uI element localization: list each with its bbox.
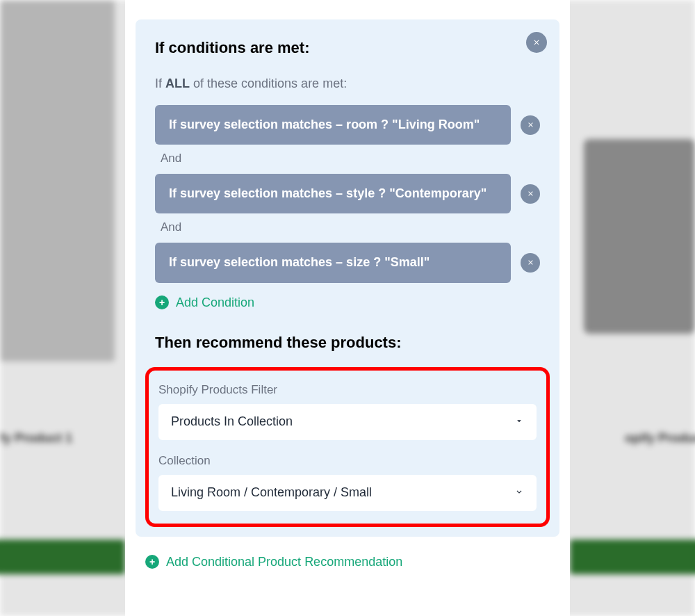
and-label: And xyxy=(161,152,540,165)
plus-circle-icon: + xyxy=(145,555,159,569)
condition-row: If survey selection matches – style ? "C… xyxy=(155,174,540,213)
intro-suffix: of these conditions are met: xyxy=(190,76,347,90)
close-icon xyxy=(532,38,541,47)
conditions-intro: If ALL of these conditions are met: xyxy=(155,76,540,91)
close-panel-button[interactable] xyxy=(526,32,547,53)
add-condition-button[interactable]: + Add Condition xyxy=(155,295,254,310)
remove-condition-button[interactable] xyxy=(521,184,540,204)
filter-field-group: Shopify Products Filter Products In Coll… xyxy=(158,383,537,440)
collection-label: Collection xyxy=(158,454,537,468)
backdrop-product-placeholder xyxy=(584,139,695,334)
plus-circle-icon: + xyxy=(155,295,169,309)
close-icon xyxy=(527,190,534,197)
modal: If conditions are met: If ALL of these c… xyxy=(125,0,570,616)
recommend-title: Then recommend these products: xyxy=(155,334,540,352)
collection-select[interactable]: Living Room / Contemporary / Small xyxy=(158,475,537,511)
close-icon xyxy=(527,259,534,266)
intro-strong: ALL xyxy=(165,76,190,90)
backdrop-product-label: fy Product 1 xyxy=(0,431,72,446)
backdrop-button xyxy=(0,540,125,574)
backdrop-product-placeholder xyxy=(0,0,115,362)
condition-pill[interactable]: If survey selection matches – room ? "Li… xyxy=(155,105,511,145)
intro-prefix: If xyxy=(155,76,165,90)
condition-row: If survey selection matches – size ? "Sm… xyxy=(155,243,540,282)
conditions-panel: If conditions are met: If ALL of these c… xyxy=(136,19,559,537)
and-label: And xyxy=(161,220,540,234)
add-recommendation-label: Add Conditional Product Recommendation xyxy=(166,555,402,569)
add-recommendation-button[interactable]: + Add Conditional Product Recommendation xyxy=(145,555,402,569)
add-condition-label: Add Condition xyxy=(176,295,254,310)
panel-title: If conditions are met: xyxy=(155,39,540,57)
backdrop-button xyxy=(570,540,695,574)
remove-condition-button[interactable] xyxy=(521,253,540,273)
condition-pill[interactable]: If survey selection matches – style ? "C… xyxy=(155,174,511,213)
filter-value: Products In Collection xyxy=(171,414,293,429)
collection-value: Living Room / Contemporary / Small xyxy=(171,485,372,500)
highlight-box: Shopify Products Filter Products In Coll… xyxy=(145,367,550,527)
condition-row: If survey selection matches – room ? "Li… xyxy=(155,105,540,145)
chevron-down-icon xyxy=(514,485,524,500)
filter-select[interactable]: Products In Collection xyxy=(158,404,537,440)
backdrop-product-label: opify Product 3 xyxy=(625,431,695,446)
close-icon xyxy=(527,121,534,129)
condition-pill[interactable]: If survey selection matches – size ? "Sm… xyxy=(155,243,511,282)
remove-condition-button[interactable] xyxy=(521,115,540,135)
collection-field-group: Collection Living Room / Contemporary / … xyxy=(158,454,537,511)
filter-label: Shopify Products Filter xyxy=(158,383,537,397)
chevron-down-icon xyxy=(514,414,524,429)
